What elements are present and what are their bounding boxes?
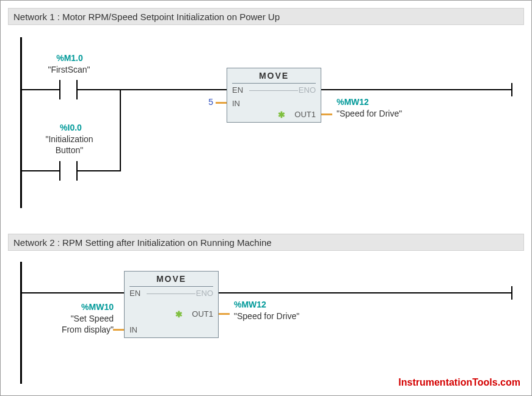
init-button-gap <box>60 170 76 171</box>
move2-in-address: %MW10 <box>59 302 114 312</box>
move2-divider <box>129 286 213 287</box>
move-block-1: MOVE EN ENO IN ✱ OUT1 <box>227 68 321 123</box>
move1-en-line <box>249 90 298 91</box>
watermark: InstrumentationTools.com <box>398 377 520 388</box>
move2-en-line <box>147 293 195 294</box>
move2-out-stub <box>219 313 230 315</box>
ladder-diagram-canvas: Network 1 : Motor RPM/Speed Setpoint Ini… <box>0 0 532 396</box>
left-rail-n2 <box>20 262 22 384</box>
init-button-symbol: "Initialization Button" <box>34 134 104 156</box>
left-rail-n1 <box>20 37 22 208</box>
eno-wire-n2 <box>219 292 512 293</box>
first-scan-address: %M1.0 <box>45 53 94 63</box>
init-button-address: %I0.0 <box>46 123 95 132</box>
move1-out-symbol: "Speed for Drive" <box>337 109 402 120</box>
move2-out-label: OUT1 <box>192 309 213 319</box>
move2-out-address: %MW12 <box>234 300 266 309</box>
branch-down-n1 <box>120 89 121 171</box>
move2-out-symbol: "Speed for Drive" <box>234 311 299 322</box>
first-scan-gap <box>60 89 76 90</box>
move2-in-label: IN <box>129 325 137 334</box>
first-scan-contact-right <box>76 80 78 99</box>
expand-icon-2: ✱ <box>175 309 183 319</box>
network-1-title: Network 1 : Motor RPM/Speed Setpoint Ini… <box>13 12 280 22</box>
rung-wire-n1 <box>22 89 227 90</box>
move1-en: EN <box>232 85 243 95</box>
move1-in-stub <box>216 102 227 104</box>
move1-out-stub <box>321 113 332 115</box>
network-1-header: Network 1 : Motor RPM/Speed Setpoint Ini… <box>8 8 524 25</box>
eno-wire-n1 <box>321 89 512 90</box>
move1-in-value: 5 <box>196 97 213 107</box>
move1-divider <box>232 83 316 84</box>
move1-eno: ENO <box>299 85 316 95</box>
move-block-2: MOVE EN ENO ✱ OUT1 IN <box>124 271 219 338</box>
move1-in-label: IN <box>232 99 240 108</box>
rung-wire-n2 <box>22 292 124 293</box>
move2-eno: ENO <box>196 289 213 298</box>
move1-title: MOVE <box>227 71 321 81</box>
move1-out-address: %MW12 <box>337 97 369 107</box>
network-2-header: Network 2 : RPM Setting after Initializa… <box>8 234 524 251</box>
init-button-contact-right <box>76 161 78 181</box>
right-rail-cap-n1 <box>511 83 512 96</box>
move2-in-stub <box>113 329 124 331</box>
expand-icon: ✱ <box>278 110 285 120</box>
first-scan-symbol: "FirstScan" <box>38 65 100 76</box>
move2-en: EN <box>129 289 140 298</box>
move1-out-label: OUT1 <box>294 110 316 119</box>
move2-in-symbol: "Set Speed From display" <box>43 314 114 335</box>
move2-title: MOVE <box>125 274 218 284</box>
network-2-title: Network 2 : RPM Setting after Initializa… <box>13 237 272 248</box>
right-rail-cap-n2 <box>511 286 512 300</box>
